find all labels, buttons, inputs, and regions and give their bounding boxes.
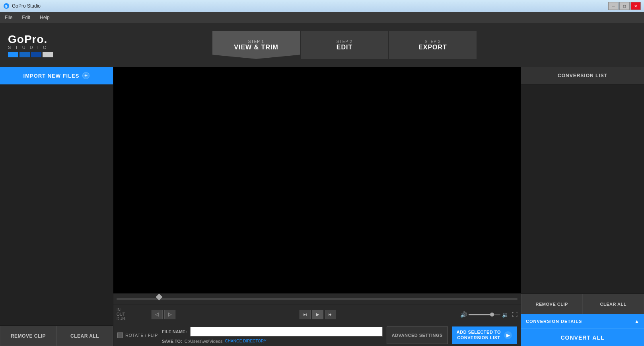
title-bar: G GoPro Studio ─ □ ✕ [0, 0, 644, 12]
change-directory-button[interactable]: CHANGE DIRECTORY [225, 339, 267, 343]
conversion-details-bar[interactable]: CONVERSION DETAILS ▲ [521, 314, 644, 328]
step1-label: STEP 1 [248, 39, 264, 44]
step1-name: VIEW & TRIM [234, 44, 278, 51]
playback-controls: ⏮ ▶ ⏭ [179, 310, 457, 319]
step-tab-3[interactable]: STEP 3 EXPORT [389, 31, 477, 59]
rotate-flip-checkbox[interactable] [117, 332, 123, 338]
add-arrow-icon: ▶ [504, 331, 512, 339]
logo-block-2 [19, 52, 30, 57]
volume-slider[interactable] [469, 314, 500, 315]
top-area: GoPro. S T U D I O STEP 1 VIEW & TRIM ST… [0, 23, 644, 67]
step3-name: EXPORT [418, 44, 447, 51]
chevron-up-icon: ▲ [634, 319, 639, 324]
next-frame-button[interactable]: ⏭ [325, 310, 336, 319]
filename-area: FILE NAME: SAVE TO: C:\Users\ws\Videos C… [162, 327, 383, 344]
bottom-controls: ROTATE / FLIP FILE NAME: SAVE TO: C:\Use… [113, 324, 521, 346]
svg-text:G: G [5, 4, 8, 8]
volume-max-icon: 🔉 [502, 311, 509, 318]
menu-edit[interactable]: Edit [20, 14, 32, 21]
in-label: IN: [117, 308, 148, 312]
right-remove-clip-button[interactable]: REMOVE CLIP [521, 294, 583, 314]
menu-file[interactable]: File [3, 14, 14, 21]
add-selected-line2: CONVERSION LIST [457, 335, 500, 340]
logo-blocks [8, 52, 53, 57]
steps-area: STEP 1 VIEW & TRIM STEP 2 EDIT STEP 3 EX… [53, 31, 636, 59]
import-btn-label: IMPORT NEW FILES [23, 73, 80, 79]
plus-icon: + [82, 72, 89, 79]
in-point-button[interactable]: ◁| [152, 310, 163, 319]
convert-all-button[interactable]: CONVERT ALL [521, 328, 644, 346]
main-layout: IMPORT NEW FILES + REMOVE CLIP CLEAR ALL… [0, 67, 644, 346]
logo-area: GoPro. S T U D I O [8, 33, 53, 57]
convert-all-label: CONVERT ALL [560, 334, 604, 341]
center-panel: IN: OUT: DUR: ◁| |▷ ⏮ ▶ ⏭ 🔊 🔉 [113, 67, 521, 346]
saveto-label: SAVE TO: [162, 339, 182, 344]
volume-icon: 🔊 [460, 311, 467, 318]
logo-block-4 [43, 52, 53, 57]
left-panel: IMPORT NEW FILES + REMOVE CLIP CLEAR ALL [0, 67, 113, 346]
add-selected-line1: ADD SELECTED TO [457, 330, 501, 335]
left-clear-all-button[interactable]: CLEAR ALL [56, 326, 113, 346]
menu-help[interactable]: Help [38, 14, 51, 21]
right-panel: CONVERSION LIST REMOVE CLIP CLEAR ALL CO… [521, 67, 644, 346]
advanced-settings-label: ADVANCED SETTINGS [392, 333, 443, 338]
step2-name: EDIT [337, 44, 352, 51]
conversion-details-label: CONVERSION DETAILS [526, 319, 582, 324]
conversion-list-title: CONVERSION LIST [558, 73, 607, 78]
rotate-flip-label: ROTATE / FLIP [125, 333, 158, 338]
file-list [0, 84, 113, 325]
logo-subtitle: S T U D I O [8, 45, 48, 50]
time-info: IN: OUT: DUR: [117, 308, 148, 321]
timeline-track[interactable] [117, 298, 518, 300]
title-bar-controls: ─ □ ✕ [608, 2, 641, 10]
step-tab-1[interactable]: STEP 1 VIEW & TRIM [212, 31, 300, 59]
rotate-flip-area: ROTATE / FLIP [117, 332, 158, 338]
play-button[interactable]: ▶ [312, 310, 323, 319]
menu-bar: File Edit Help [0, 12, 644, 23]
filename-input[interactable] [190, 327, 383, 336]
controls-area: IN: OUT: DUR: ◁| |▷ ⏮ ▶ ⏭ 🔊 🔉 [113, 305, 521, 324]
logo-text: GoPro. [8, 33, 47, 46]
left-bottom-bar: REMOVE CLIP CLEAR ALL [0, 325, 113, 346]
volume-handle [490, 313, 494, 317]
maximize-button[interactable]: □ [619, 2, 630, 10]
volume-fill [469, 314, 491, 315]
fullscreen-button[interactable]: ⛶ [512, 311, 518, 318]
out-point-button[interactable]: |▷ [164, 310, 175, 319]
video-area [113, 67, 521, 293]
import-new-files-button[interactable]: IMPORT NEW FILES + [0, 67, 113, 84]
volume-area: 🔊 🔉 [460, 311, 509, 318]
title-bar-text: GoPro Studio [12, 3, 606, 9]
filename-label: FILE NAME: [162, 329, 187, 334]
dur-label: DUR: [117, 317, 148, 321]
app-icon: G [3, 3, 10, 9]
step3-label: STEP 3 [425, 39, 441, 44]
right-action-bar: REMOVE CLIP CLEAR ALL [521, 293, 644, 314]
out-label: OUT: [117, 312, 148, 317]
logo-block-3 [31, 52, 41, 57]
prev-frame-button[interactable]: ⏮ [300, 310, 311, 319]
logo-block-1 [8, 52, 18, 57]
right-clear-all-button[interactable]: CLEAR ALL [583, 294, 644, 314]
left-remove-clip-button[interactable]: REMOVE CLIP [0, 326, 56, 346]
timeline-area[interactable] [113, 293, 521, 305]
close-button[interactable]: ✕ [630, 2, 641, 10]
step-tab-2[interactable]: STEP 2 EDIT [301, 31, 388, 59]
saveto-path: C:\Users\ws\Videos [185, 339, 223, 344]
step2-label: STEP 2 [337, 39, 352, 44]
trim-controls: ◁| |▷ [152, 310, 175, 319]
conversion-list-header: CONVERSION LIST [521, 67, 644, 84]
advanced-settings-button[interactable]: ADVANCED SETTINGS [387, 326, 448, 344]
conversion-list-content [521, 84, 644, 293]
add-selected-to-conversion-button[interactable]: ADD SELECTED TO CONVERSION LIST ▶ [452, 326, 517, 344]
timeline-marker [156, 294, 162, 301]
minimize-button[interactable]: ─ [608, 2, 619, 10]
